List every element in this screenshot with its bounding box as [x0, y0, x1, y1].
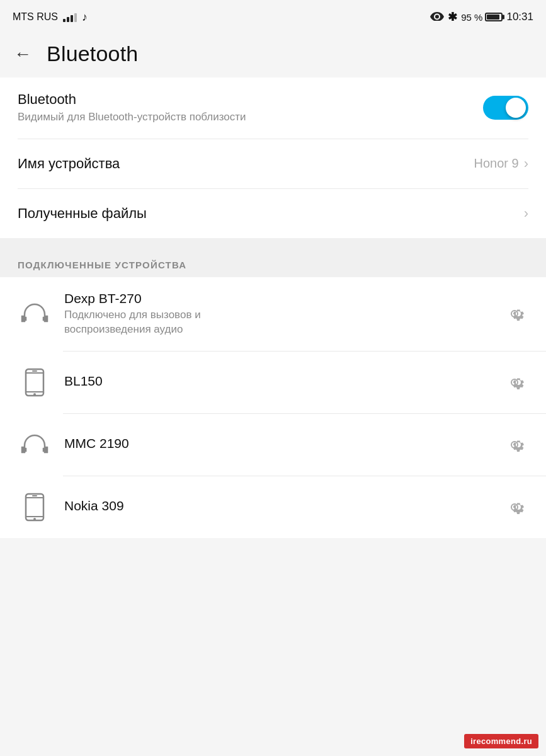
- device-info-4: Nokia 309: [64, 498, 488, 515]
- headphones-icon: [18, 297, 52, 331]
- bluetooth-toggle-text: Bluetooth Видимый для Bluetooth-устройст…: [18, 91, 246, 125]
- svg-point-8: [33, 518, 36, 520]
- device-status-1: Подключено для вызовов ивоспроизведения …: [64, 308, 488, 337]
- battery-container: 95 %: [461, 12, 503, 23]
- device-name-row[interactable]: Имя устройства Honor 9 ›: [0, 139, 546, 188]
- svg-rect-4: [32, 370, 37, 372]
- phone-icon-1: [18, 365, 52, 399]
- device-info: Dexp BT-270 Подключено для вызовов ивосп…: [64, 291, 488, 337]
- device-name-text: Honor 9: [474, 156, 519, 171]
- device-info-2: BL150: [64, 374, 488, 391]
- bluetooth-toggle-row[interactable]: Bluetooth Видимый для Bluetooth-устройст…: [0, 77, 546, 139]
- watermark: irecommend.ru: [464, 734, 538, 748]
- bluetooth-label: Bluetooth: [18, 91, 246, 108]
- svg-rect-9: [32, 495, 37, 496]
- music-note-icon: ♪: [82, 11, 88, 24]
- chevron-icon-2: ›: [524, 205, 528, 222]
- signal-bars-icon: [63, 12, 77, 22]
- bluetooth-toggle[interactable]: [483, 96, 528, 120]
- settings-card: Bluetooth Видимый для Bluetooth-устройст…: [0, 77, 546, 238]
- battery-icon: [485, 13, 503, 21]
- section-separator: [0, 238, 546, 249]
- received-files-label: Полученные файлы: [18, 205, 147, 222]
- time-label: 10:31: [506, 11, 533, 23]
- device-info-3: MMC 2190: [64, 436, 488, 453]
- devices-list: Dexp BT-270 Подключено для вызовов ивосп…: [0, 277, 546, 538]
- device-row[interactable]: BL150: [0, 352, 546, 413]
- toggle-knob: [506, 98, 526, 118]
- eye-icon: [430, 11, 444, 24]
- connected-section-header: ПОДКЛЮЧЕННЫЕ УСТРОЙСТВА: [0, 249, 546, 277]
- device-row[interactable]: MMC 2190: [0, 414, 546, 476]
- battery-percent: 95 %: [461, 12, 482, 23]
- device-name-4: Nokia 309: [64, 498, 488, 513]
- device-row[interactable]: Dexp BT-270 Подключено для вызовов ивосп…: [0, 277, 546, 351]
- back-button[interactable]: ←: [11, 43, 34, 66]
- page-title: Bluetooth: [47, 42, 138, 66]
- bluetooth-sublabel: Видимый для Bluetooth-устройств поблизос…: [18, 110, 246, 125]
- device-name-3: MMC 2190: [64, 436, 488, 451]
- bluetooth-status-icon: ✱: [448, 10, 457, 24]
- device-name-2: BL150: [64, 374, 488, 389]
- phone-icon-2: [18, 490, 52, 524]
- connected-header-text: ПОДКЛЮЧЕННЫЕ УСТРОЙСТВА: [18, 260, 186, 270]
- carrier-label: MTS RUS: [13, 11, 58, 23]
- chevron-icon: ›: [524, 156, 528, 172]
- device-row[interactable]: Nokia 309: [0, 476, 546, 538]
- gear-icon-2[interactable]: [501, 369, 528, 396]
- received-files-row[interactable]: Полученные файлы ›: [0, 189, 546, 238]
- headphones-icon-2: [18, 428, 52, 462]
- device-name-1: Dexp BT-270: [64, 291, 488, 306]
- status-left: MTS RUS ♪: [13, 11, 88, 24]
- gear-icon-1[interactable]: [501, 300, 528, 328]
- status-right: ✱ 95 % 10:31: [430, 10, 533, 24]
- nav-bar: ← Bluetooth: [0, 33, 546, 77]
- gear-icon-3[interactable]: [501, 431, 528, 459]
- device-name-label: Имя устройства: [18, 156, 120, 172]
- svg-point-3: [33, 393, 36, 396]
- device-name-value: Honor 9 ›: [474, 156, 528, 172]
- gear-icon-4[interactable]: [501, 493, 528, 521]
- received-files-value: ›: [524, 205, 528, 222]
- status-bar: MTS RUS ♪ ✱ 95 % 10:31: [0, 0, 546, 33]
